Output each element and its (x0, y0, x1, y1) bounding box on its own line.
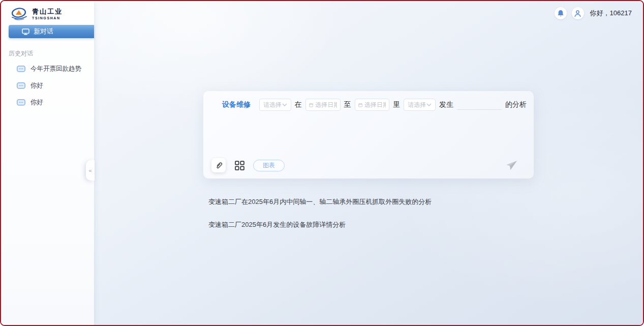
user-profile-button[interactable] (572, 7, 584, 19)
chevron-down-icon (282, 103, 287, 106)
new-chat-icon (22, 28, 29, 35)
occur-label: 发生 (439, 100, 453, 109)
templates-grid-button[interactable] (232, 158, 247, 172)
date-end-input[interactable] (364, 101, 386, 108)
event-select[interactable]: 请选择 (404, 99, 436, 111)
analysis-suffix-label: 的分析 (505, 100, 527, 109)
main-area: 你好，106217 设备维修 请选择 在 (94, 1, 643, 325)
new-chat-button[interactable]: 新对话 (9, 25, 94, 38)
attach-file-button[interactable] (211, 158, 226, 172)
grid-icon (235, 161, 244, 170)
sidebar-collapse-button[interactable]: « (86, 160, 95, 181)
history-section-label: 历史对话 (9, 49, 33, 58)
composer-toolbar: 图表 (211, 158, 526, 172)
user-greeting: 你好，106217 (590, 9, 632, 18)
to-label: 至 (344, 100, 351, 109)
tsingshan-logo-icon (10, 7, 28, 22)
person-icon (574, 10, 581, 17)
calendar-icon (309, 102, 313, 108)
collapse-chevrons-icon: « (88, 168, 91, 173)
chat-bubble-icon (17, 99, 25, 106)
event-detail-input[interactable] (457, 100, 502, 110)
topic-label: 设备维修 (222, 100, 251, 109)
paperclip-icon (214, 161, 223, 169)
history-item[interactable]: 你好 (1, 94, 94, 111)
topbar: 你好，106217 (555, 7, 632, 19)
app-window: 青山工业 TSINGSHAN 新对话 历史对话 今年开票回款趋势 (0, 0, 644, 326)
history-item-label: 你好 (30, 98, 43, 107)
suggested-prompt[interactable]: 变速箱二厂在2025年6月内中间轴一、轴二轴承外圈压机抓取外圈失败的分析 (208, 197, 432, 206)
chart-toggle-button[interactable]: 图表 (253, 160, 285, 171)
history-item[interactable]: 今年开票回款趋势 (1, 61, 94, 77)
new-chat-label: 新对话 (34, 27, 53, 36)
history-item-label: 你好 (30, 81, 43, 90)
brand-title: 青山工业 (32, 8, 63, 15)
calendar-icon (358, 102, 362, 108)
sidebar: 青山工业 TSINGSHAN 新对话 历史对话 今年开票回款趋势 (1, 1, 94, 325)
chat-bubble-icon (17, 66, 25, 73)
brand-subtitle: TSINGSHAN (32, 16, 63, 20)
send-plane-icon (506, 160, 517, 171)
composer-card: 设备维修 请选择 在 至 (203, 91, 534, 179)
query-template-row: 设备维修 请选择 在 至 (222, 99, 527, 111)
suggested-prompt[interactable]: 变速箱二厂2025年6月发生的设备故障详情分析 (208, 220, 346, 229)
bell-icon (557, 10, 564, 17)
within-label: 里 (393, 100, 400, 109)
date-start-picker[interactable] (305, 99, 341, 111)
brand-logo: 青山工业 TSINGSHAN (1, 1, 94, 22)
chevron-down-icon (426, 103, 432, 106)
history-item[interactable]: 你好 (1, 77, 94, 94)
send-button[interactable] (506, 160, 517, 171)
in-label: 在 (295, 100, 302, 109)
history-item-label: 今年开票回款趋势 (30, 65, 81, 73)
date-end-picker[interactable] (355, 99, 390, 111)
history-list: 今年开票回款趋势 你好 你好 (1, 61, 94, 111)
chat-bubble-icon (17, 82, 25, 90)
line-select[interactable]: 请选择 (259, 99, 291, 111)
notifications-button[interactable] (555, 7, 567, 19)
date-start-input[interactable] (315, 101, 336, 108)
